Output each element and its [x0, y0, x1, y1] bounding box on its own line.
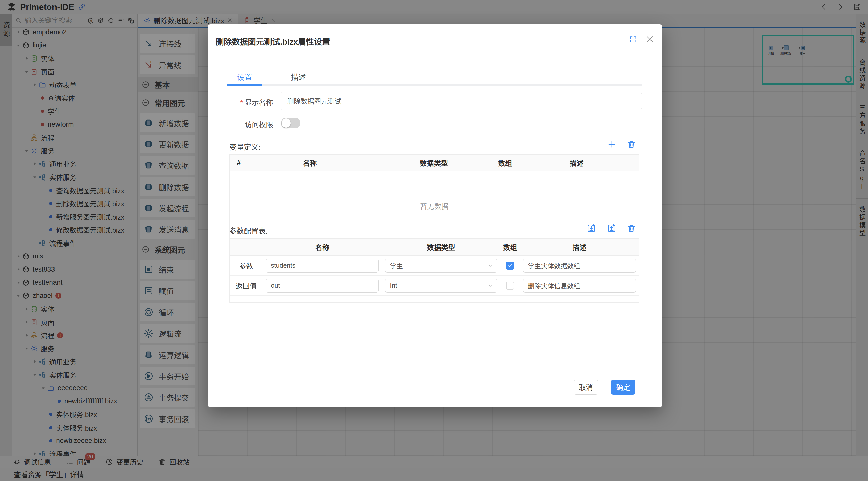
column-header: 名称	[263, 239, 382, 255]
param-name-cell	[263, 276, 382, 295]
select-value: Int	[390, 282, 397, 289]
properties-dialog: 删除数据图元测试.bizx属性设置 设置 描述 显示名称 访问权限 变量定义: …	[208, 24, 662, 407]
param-row-label: 返回值	[229, 276, 263, 295]
param-name-cell	[263, 256, 382, 276]
params-section-label: 参数配置表:	[229, 225, 268, 236]
display-name-label: 显示名称	[229, 97, 273, 107]
close-icon[interactable]	[646, 35, 654, 43]
column-header	[229, 239, 263, 255]
param-desc-input[interactable]	[523, 259, 636, 272]
variables-table: #名称数据类型数组描述 暂无数据	[229, 154, 639, 241]
display-name-input[interactable]	[281, 92, 642, 110]
array-checkbox[interactable]	[506, 282, 514, 290]
tab-description[interactable]: 描述	[281, 71, 316, 82]
param-array-cell	[500, 276, 520, 295]
delete-variable-icon[interactable]	[627, 140, 636, 149]
access-toggle[interactable]	[281, 118, 300, 128]
add-variable-icon[interactable]	[607, 140, 616, 149]
chevron-down-icon	[487, 263, 493, 268]
column-header: 数据类型	[372, 155, 496, 171]
chevron-down-icon	[487, 283, 493, 289]
column-header: #	[229, 155, 248, 171]
export-params-icon[interactable]	[607, 224, 616, 233]
tab-settings[interactable]: 设置	[227, 71, 262, 82]
cancel-button[interactable]: 取消	[574, 380, 598, 395]
access-label: 访问权限	[229, 119, 273, 129]
param-name-input[interactable]	[266, 259, 379, 272]
empty-table-text: 暂无数据	[229, 171, 639, 241]
select-value: 学生	[390, 261, 403, 270]
import-params-icon[interactable]	[587, 224, 596, 233]
param-type-cell: Int	[382, 276, 500, 295]
column-header: 数据类型	[382, 239, 500, 255]
delete-params-icon[interactable]	[627, 224, 636, 233]
column-header: 描述	[515, 155, 639, 171]
param-name-input[interactable]	[266, 279, 379, 293]
column-header: 描述	[520, 239, 639, 255]
param-desc-input[interactable]	[523, 279, 636, 293]
param-type-select[interactable]: Int	[385, 279, 497, 293]
ok-button[interactable]: 确定	[611, 380, 635, 395]
param-desc-cell	[520, 276, 639, 295]
param-row-label: 参数	[229, 256, 263, 276]
fullscreen-icon[interactable]	[629, 35, 637, 43]
param-array-cell	[500, 256, 520, 276]
variables-section-label: 变量定义:	[229, 141, 260, 152]
tab-divider	[227, 84, 642, 86]
param-row: 返回值Int	[229, 276, 639, 296]
param-row: 参数学生	[229, 256, 639, 276]
column-header: 名称	[248, 155, 372, 171]
param-desc-cell	[520, 256, 639, 276]
array-checkbox[interactable]	[506, 262, 514, 269]
dialog-title: 删除数据图元测试.bizx属性设置	[216, 35, 330, 47]
param-type-cell: 学生	[382, 256, 500, 276]
column-header: 数组	[500, 239, 520, 255]
param-type-select[interactable]: 学生	[385, 259, 497, 272]
column-header: 数组	[496, 155, 515, 171]
params-table: 名称数据类型数组描述 参数学生返回值Int	[229, 238, 639, 302]
